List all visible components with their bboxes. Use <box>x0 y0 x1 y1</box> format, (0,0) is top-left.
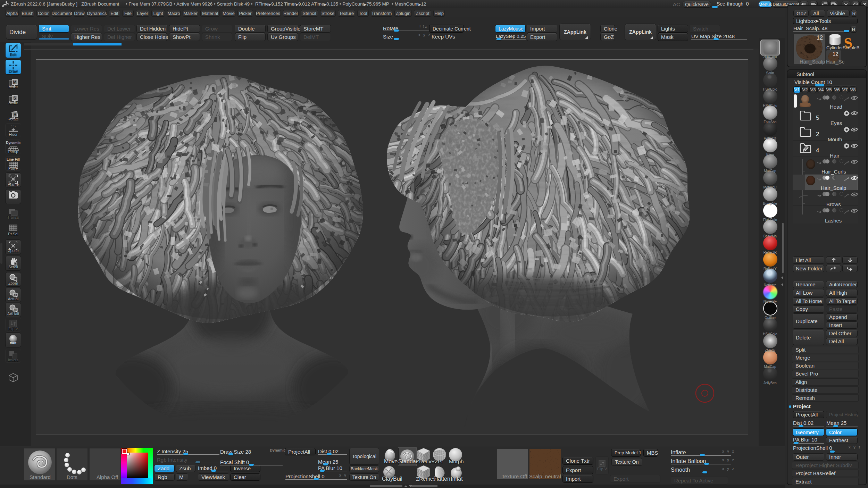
svg-text:1:1: 1:1 <box>14 294 17 296</box>
svg-text:S: S <box>13 96 16 101</box>
svg-text:BPR: BPR <box>10 342 17 345</box>
svg-text:Dynamic: Dynamic <box>6 141 20 145</box>
svg-text:Line Fill: Line Fill <box>7 158 20 161</box>
svg-text:R: R <box>14 112 17 117</box>
svg-text:½: ½ <box>15 309 17 311</box>
svg-text:⋮ ⁝ z: ⋮ ⁝ z <box>10 125 16 127</box>
svg-text:M: M <box>13 80 17 85</box>
